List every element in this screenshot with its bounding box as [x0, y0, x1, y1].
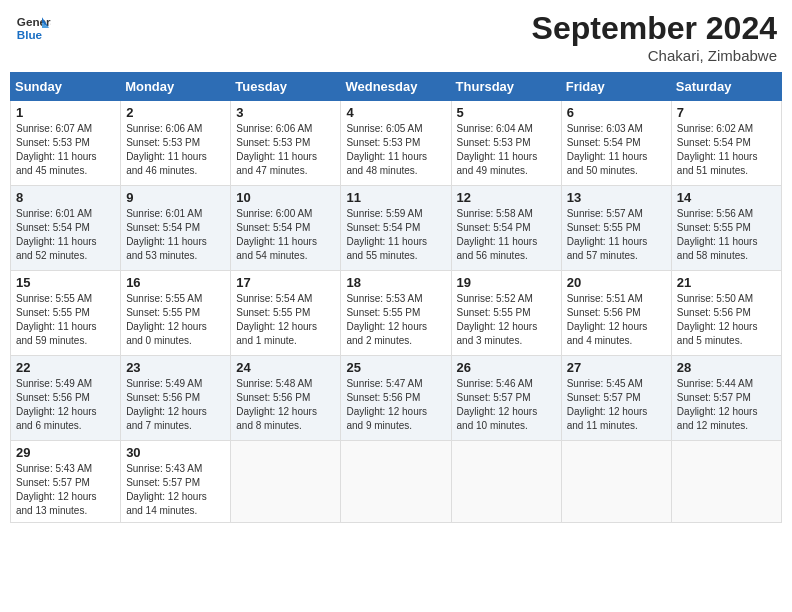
day-number: 20: [567, 275, 666, 290]
day-number: 18: [346, 275, 445, 290]
day-number: 28: [677, 360, 776, 375]
calendar-cell: [561, 441, 671, 523]
day-number: 5: [457, 105, 556, 120]
day-info: Sunrise: 5:48 AM Sunset: 5:56 PM Dayligh…: [236, 377, 335, 433]
calendar-week-3: 15Sunrise: 5:55 AM Sunset: 5:55 PM Dayli…: [11, 271, 782, 356]
day-info: Sunrise: 5:47 AM Sunset: 5:56 PM Dayligh…: [346, 377, 445, 433]
day-info: Sunrise: 5:56 AM Sunset: 5:55 PM Dayligh…: [677, 207, 776, 263]
day-info: Sunrise: 5:44 AM Sunset: 5:57 PM Dayligh…: [677, 377, 776, 433]
page-header: General Blue September 2024 Chakari, Zim…: [10, 10, 782, 64]
day-number: 26: [457, 360, 556, 375]
day-info: Sunrise: 6:01 AM Sunset: 5:54 PM Dayligh…: [16, 207, 115, 263]
svg-text:Blue: Blue: [17, 28, 43, 41]
day-info: Sunrise: 5:49 AM Sunset: 5:56 PM Dayligh…: [126, 377, 225, 433]
month-title: September 2024: [532, 10, 777, 47]
day-number: 21: [677, 275, 776, 290]
calendar-cell: 3Sunrise: 6:06 AM Sunset: 5:53 PM Daylig…: [231, 101, 341, 186]
calendar-cell: [231, 441, 341, 523]
calendar-cell: 9Sunrise: 6:01 AM Sunset: 5:54 PM Daylig…: [121, 186, 231, 271]
day-number: 8: [16, 190, 115, 205]
calendar-cell: 17Sunrise: 5:54 AM Sunset: 5:55 PM Dayli…: [231, 271, 341, 356]
day-number: 4: [346, 105, 445, 120]
day-info: Sunrise: 6:06 AM Sunset: 5:53 PM Dayligh…: [236, 122, 335, 178]
calendar-cell: 21Sunrise: 5:50 AM Sunset: 5:56 PM Dayli…: [671, 271, 781, 356]
calendar-cell: 27Sunrise: 5:45 AM Sunset: 5:57 PM Dayli…: [561, 356, 671, 441]
calendar-cell: [341, 441, 451, 523]
day-info: Sunrise: 6:07 AM Sunset: 5:53 PM Dayligh…: [16, 122, 115, 178]
day-number: 29: [16, 445, 115, 460]
calendar-cell: 19Sunrise: 5:52 AM Sunset: 5:55 PM Dayli…: [451, 271, 561, 356]
weekday-header-row: SundayMondayTuesdayWednesdayThursdayFrid…: [11, 73, 782, 101]
calendar-cell: 13Sunrise: 5:57 AM Sunset: 5:55 PM Dayli…: [561, 186, 671, 271]
weekday-header-thursday: Thursday: [451, 73, 561, 101]
calendar-cell: [451, 441, 561, 523]
calendar-cell: 15Sunrise: 5:55 AM Sunset: 5:55 PM Dayli…: [11, 271, 121, 356]
day-info: Sunrise: 5:55 AM Sunset: 5:55 PM Dayligh…: [126, 292, 225, 348]
day-info: Sunrise: 5:49 AM Sunset: 5:56 PM Dayligh…: [16, 377, 115, 433]
day-number: 16: [126, 275, 225, 290]
day-number: 9: [126, 190, 225, 205]
title-block: September 2024 Chakari, Zimbabwe: [532, 10, 777, 64]
day-info: Sunrise: 5:46 AM Sunset: 5:57 PM Dayligh…: [457, 377, 556, 433]
day-info: Sunrise: 6:06 AM Sunset: 5:53 PM Dayligh…: [126, 122, 225, 178]
calendar-table: SundayMondayTuesdayWednesdayThursdayFrid…: [10, 72, 782, 523]
weekday-header-tuesday: Tuesday: [231, 73, 341, 101]
calendar-week-5: 29Sunrise: 5:43 AM Sunset: 5:57 PM Dayli…: [11, 441, 782, 523]
weekday-header-saturday: Saturday: [671, 73, 781, 101]
day-info: Sunrise: 5:45 AM Sunset: 5:57 PM Dayligh…: [567, 377, 666, 433]
day-number: 17: [236, 275, 335, 290]
day-info: Sunrise: 5:52 AM Sunset: 5:55 PM Dayligh…: [457, 292, 556, 348]
day-number: 22: [16, 360, 115, 375]
weekday-header-friday: Friday: [561, 73, 671, 101]
day-info: Sunrise: 5:43 AM Sunset: 5:57 PM Dayligh…: [126, 462, 225, 518]
day-info: Sunrise: 5:55 AM Sunset: 5:55 PM Dayligh…: [16, 292, 115, 348]
day-info: Sunrise: 6:00 AM Sunset: 5:54 PM Dayligh…: [236, 207, 335, 263]
day-number: 1: [16, 105, 115, 120]
calendar-week-2: 8Sunrise: 6:01 AM Sunset: 5:54 PM Daylig…: [11, 186, 782, 271]
day-info: Sunrise: 5:54 AM Sunset: 5:55 PM Dayligh…: [236, 292, 335, 348]
calendar-cell: 16Sunrise: 5:55 AM Sunset: 5:55 PM Dayli…: [121, 271, 231, 356]
day-info: Sunrise: 6:01 AM Sunset: 5:54 PM Dayligh…: [126, 207, 225, 263]
day-number: 6: [567, 105, 666, 120]
calendar-cell: 8Sunrise: 6:01 AM Sunset: 5:54 PM Daylig…: [11, 186, 121, 271]
day-info: Sunrise: 5:53 AM Sunset: 5:55 PM Dayligh…: [346, 292, 445, 348]
calendar-cell: 23Sunrise: 5:49 AM Sunset: 5:56 PM Dayli…: [121, 356, 231, 441]
calendar-cell: 30Sunrise: 5:43 AM Sunset: 5:57 PM Dayli…: [121, 441, 231, 523]
calendar-cell: 25Sunrise: 5:47 AM Sunset: 5:56 PM Dayli…: [341, 356, 451, 441]
calendar-cell: 4Sunrise: 6:05 AM Sunset: 5:53 PM Daylig…: [341, 101, 451, 186]
day-info: Sunrise: 6:02 AM Sunset: 5:54 PM Dayligh…: [677, 122, 776, 178]
day-info: Sunrise: 5:57 AM Sunset: 5:55 PM Dayligh…: [567, 207, 666, 263]
calendar-cell: 1Sunrise: 6:07 AM Sunset: 5:53 PM Daylig…: [11, 101, 121, 186]
day-number: 27: [567, 360, 666, 375]
calendar-cell: 26Sunrise: 5:46 AM Sunset: 5:57 PM Dayli…: [451, 356, 561, 441]
day-number: 12: [457, 190, 556, 205]
day-info: Sunrise: 6:05 AM Sunset: 5:53 PM Dayligh…: [346, 122, 445, 178]
calendar-cell: 7Sunrise: 6:02 AM Sunset: 5:54 PM Daylig…: [671, 101, 781, 186]
weekday-header-wednesday: Wednesday: [341, 73, 451, 101]
day-number: 15: [16, 275, 115, 290]
calendar-cell: [671, 441, 781, 523]
logo: General Blue: [15, 10, 51, 46]
day-number: 7: [677, 105, 776, 120]
weekday-header-sunday: Sunday: [11, 73, 121, 101]
day-info: Sunrise: 5:50 AM Sunset: 5:56 PM Dayligh…: [677, 292, 776, 348]
day-number: 23: [126, 360, 225, 375]
day-number: 3: [236, 105, 335, 120]
calendar-week-4: 22Sunrise: 5:49 AM Sunset: 5:56 PM Dayli…: [11, 356, 782, 441]
calendar-cell: 20Sunrise: 5:51 AM Sunset: 5:56 PM Dayli…: [561, 271, 671, 356]
day-info: Sunrise: 5:59 AM Sunset: 5:54 PM Dayligh…: [346, 207, 445, 263]
day-info: Sunrise: 5:58 AM Sunset: 5:54 PM Dayligh…: [457, 207, 556, 263]
day-number: 19: [457, 275, 556, 290]
day-info: Sunrise: 5:43 AM Sunset: 5:57 PM Dayligh…: [16, 462, 115, 518]
day-info: Sunrise: 5:51 AM Sunset: 5:56 PM Dayligh…: [567, 292, 666, 348]
logo-icon: General Blue: [15, 10, 51, 46]
day-number: 10: [236, 190, 335, 205]
day-info: Sunrise: 6:03 AM Sunset: 5:54 PM Dayligh…: [567, 122, 666, 178]
calendar-cell: 22Sunrise: 5:49 AM Sunset: 5:56 PM Dayli…: [11, 356, 121, 441]
calendar-cell: 6Sunrise: 6:03 AM Sunset: 5:54 PM Daylig…: [561, 101, 671, 186]
day-number: 2: [126, 105, 225, 120]
calendar-cell: 29Sunrise: 5:43 AM Sunset: 5:57 PM Dayli…: [11, 441, 121, 523]
day-number: 30: [126, 445, 225, 460]
calendar-cell: 18Sunrise: 5:53 AM Sunset: 5:55 PM Dayli…: [341, 271, 451, 356]
day-number: 11: [346, 190, 445, 205]
